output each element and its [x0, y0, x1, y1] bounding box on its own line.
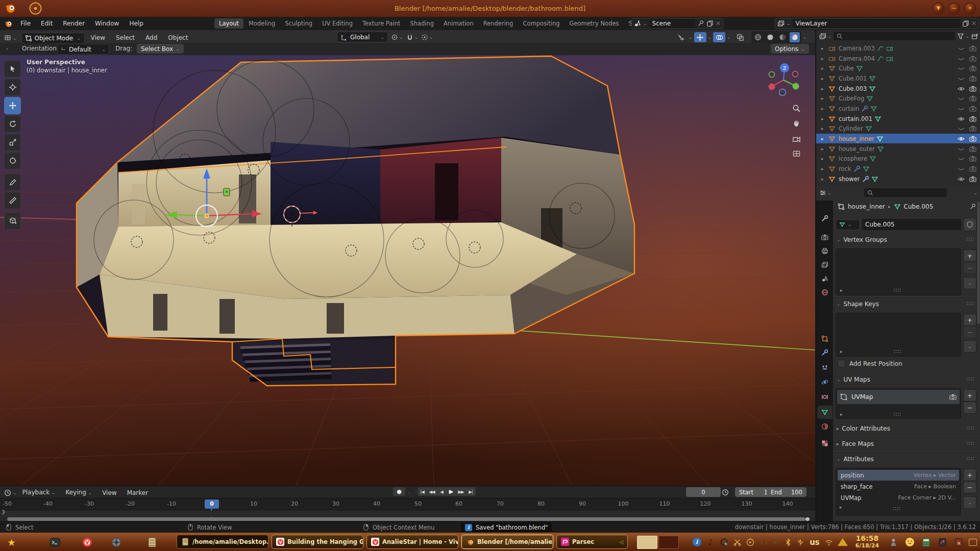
object-visibility-toggle[interactable] — [675, 32, 687, 42]
unlink-scene-icon[interactable]: ✕ — [716, 20, 721, 27]
timeline-editor-type[interactable]: ⌄ — [4, 489, 17, 496]
uvmap-render-icon[interactable] — [949, 393, 957, 400]
pivot-point-dropdown[interactable]: ⌄ — [391, 34, 403, 41]
list-resize-grip[interactable] — [893, 412, 901, 416]
hide-icon[interactable] — [958, 85, 965, 92]
shading-options-dropdown[interactable]: ⌄ — [803, 35, 807, 40]
launcher-file-cabinet-icon[interactable] — [145, 536, 158, 548]
toggle-xray-button[interactable] — [734, 32, 747, 42]
tab-texture-paint[interactable]: Texture Paint — [358, 18, 405, 29]
menu-edit[interactable]: Edit — [36, 17, 58, 30]
attribute-remove-button[interactable]: − — [963, 481, 976, 493]
tray-smiley-icon[interactable] — [902, 533, 917, 551]
breadcrumb-data[interactable]: Cube.005 — [904, 203, 934, 210]
drag-mode-dropdown[interactable]: Select Box⌄ — [137, 44, 184, 54]
outliner-row-shower[interactable]: ▸ shower — [816, 174, 980, 184]
outliner-row-cube-003[interactable]: ▸ Cube.003 — [816, 84, 980, 93]
frame-end-field[interactable]: End100 — [767, 487, 806, 497]
list-resize-grip[interactable] — [893, 349, 901, 354]
mesh-id-type-dropdown[interactable]: ⌄ — [836, 219, 860, 230]
show-overlays-toggle[interactable] — [713, 32, 725, 42]
hide-icon[interactable] — [958, 45, 965, 52]
render-on-icon[interactable] — [969, 145, 976, 153]
taskbar-window-blender[interactable]: Blender [/home/amalie... — [461, 535, 553, 549]
vertex-group-add-button[interactable]: + — [963, 249, 976, 262]
hide-icon[interactable] — [958, 155, 965, 162]
tab-modeling[interactable]: Modeling — [244, 18, 280, 29]
tray-headset-icon[interactable] — [757, 533, 770, 551]
tray-calculator-icon[interactable] — [919, 533, 933, 551]
render-on-icon[interactable] — [969, 65, 976, 72]
attribute-row-position[interactable]: position Vertex ▸ Vector — [838, 470, 959, 481]
taskbar-window-browser-2[interactable]: AnalieStar | Home - Viv... — [366, 535, 458, 549]
tray-usb-icon[interactable] — [794, 533, 806, 551]
window-shade-button[interactable]: ▼ — [933, 3, 944, 14]
tab-rendering[interactable]: Rendering — [479, 18, 518, 29]
toggle-ortho-icon[interactable] — [792, 150, 801, 159]
outliner-row-rock[interactable]: ▸ rock — [816, 164, 980, 173]
render-off-icon[interactable] — [969, 55, 976, 62]
tab-scene-properties[interactable] — [817, 272, 832, 285]
panel-color-attributes[interactable]: ▸Color Attributes — [837, 425, 890, 432]
render-on-icon[interactable] — [969, 85, 976, 92]
render-on-icon[interactable] — [969, 135, 976, 142]
play-button[interactable]: ▶ — [447, 487, 456, 496]
tab-object-data-properties[interactable] — [817, 406, 832, 419]
outliner-row-cubefog[interactable]: ▸ CubeFog — [816, 93, 980, 103]
menu-marker[interactable]: Marker — [122, 488, 153, 498]
panel-shape-keys[interactable]: ⌄Shape Keys — [837, 300, 879, 308]
transform-orientation-dropdown[interactable]: Global⌄ — [337, 32, 388, 42]
menu-timeline-view[interactable]: View — [97, 488, 121, 498]
render-on-icon[interactable] — [969, 125, 976, 132]
render-off-icon[interactable] — [969, 105, 976, 112]
tool-select-box[interactable] — [4, 60, 21, 78]
hide-icon[interactable] — [958, 165, 965, 172]
taskbar-window-parsec[interactable]: Parsec ◁ — [556, 535, 628, 549]
pin-icon[interactable] — [697, 20, 704, 27]
tool-annotate[interactable] — [4, 173, 21, 191]
tray-recorder-icon[interactable] — [718, 533, 730, 551]
jump-to-end-button[interactable]: ▶| — [466, 487, 476, 496]
panel-face-maps[interactable]: ▸Face Maps — [837, 440, 874, 447]
uvmap-list-item[interactable]: UVMap — [837, 390, 960, 404]
tool-settings-expand-icon[interactable]: ⌄ — [5, 45, 9, 51]
auto-key-record-button[interactable]: ● — [393, 487, 405, 496]
attribute-row-uvmap[interactable]: UVMap Face Corner ▸ 2D V... — [838, 492, 959, 503]
shape-key-specials-button[interactable]: ⌄ — [963, 340, 976, 353]
menu-playback[interactable]: Playback ⌄ — [18, 487, 60, 498]
hide-icon[interactable] — [958, 115, 965, 122]
properties-options-dropdown[interactable]: ⌄ — [973, 190, 977, 195]
viewlayer-name[interactable]: ViewLayer — [793, 19, 960, 28]
render-on-icon[interactable] — [969, 155, 976, 162]
outliner-filter-button[interactable]: ⌄ — [957, 33, 969, 40]
scene-name[interactable]: Scene — [649, 19, 695, 28]
launcher-terminal-icon[interactable] — [48, 536, 61, 548]
tray-book-icon[interactable] — [935, 533, 949, 551]
attribute-row-sharp-face[interactable]: sharp_face Face ▸ Boolean — [838, 481, 959, 492]
scene-selector[interactable]: ⌄ Scene ✕ — [631, 18, 723, 29]
menu-render[interactable]: Render — [58, 17, 90, 30]
pin-id-icon[interactable] — [969, 203, 976, 210]
outliner-row-icosphere[interactable]: ▸ Icosphere — [816, 154, 980, 163]
point-light-gizmo[interactable] — [224, 188, 230, 196]
launcher-favorites-icon[interactable]: ★ — [5, 536, 18, 548]
editor-type-button[interactable]: ⌄ — [4, 35, 17, 42]
outliner-row-curtain[interactable]: ▸ curtain — [816, 104, 980, 113]
tab-modifier-properties[interactable] — [817, 346, 832, 359]
zoom-view-icon[interactable] — [792, 104, 801, 113]
tab-shading[interactable]: Shading — [405, 18, 438, 29]
outliner-row-cube[interactable]: ▸ Cube — [816, 63, 980, 73]
tool-add-cube[interactable] — [4, 212, 21, 230]
tray-volume-muted-icon[interactable] — [770, 533, 782, 551]
fake-user-shield-button[interactable] — [963, 218, 976, 231]
tool-3d-cursor[interactable] — [4, 79, 21, 96]
panel-grip[interactable] — [966, 377, 974, 381]
timeline-ruler[interactable]: -50 -40 -30 -20 -10 10 20 30 40 50 60 70… — [0, 498, 815, 511]
tab-texture-properties[interactable] — [817, 437, 832, 450]
play-reverse-button[interactable]: ◀ — [437, 487, 447, 496]
breadcrumb-object[interactable]: house_inner — [848, 203, 885, 210]
tab-layout[interactable]: Layout — [214, 18, 243, 29]
shading-solid-button[interactable] — [765, 32, 775, 42]
list-resize-grip[interactable] — [893, 507, 901, 511]
uvmap-remove-button[interactable]: − — [963, 402, 976, 414]
